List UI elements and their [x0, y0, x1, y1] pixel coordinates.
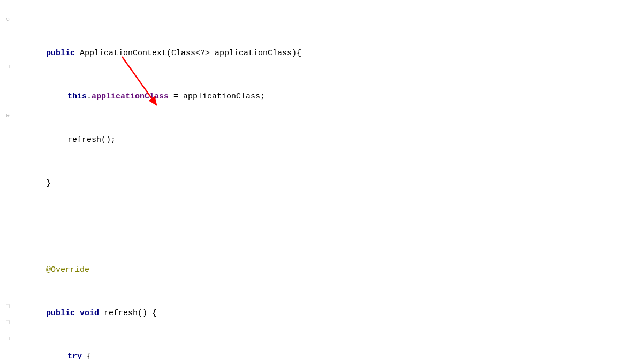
gutter: ⊖ □ ⊖ □ □ □ [0, 0, 16, 359]
code-editor[interactable]: public ApplicationContext(Class<?> appli… [16, 0, 644, 359]
code-text: { [82, 352, 92, 359]
code-line[interactable]: refresh(); [19, 132, 644, 148]
code-text: = applicationClass; [169, 92, 265, 101]
keyword: public [46, 49, 75, 58]
code-text: . [87, 92, 92, 101]
keyword: this [67, 92, 87, 101]
fold-marker[interactable]: □ [5, 336, 11, 341]
fold-marker[interactable]: □ [5, 320, 11, 325]
keyword: try [67, 352, 82, 359]
fold-marker[interactable]: □ [5, 64, 11, 70]
field-ref: applicationClass [92, 92, 169, 101]
code-text: refresh() { [99, 309, 157, 318]
code-text: } [46, 179, 51, 188]
fold-marker[interactable]: □ [5, 304, 11, 309]
annotation: @Override [46, 265, 89, 274]
code-line[interactable] [19, 219, 644, 235]
code-line[interactable]: public void refresh() { [19, 305, 644, 322]
code-line[interactable]: try { [19, 349, 644, 359]
code-text: refresh(); [67, 135, 116, 144]
fold-marker[interactable]: ⊖ [5, 112, 11, 118]
keyword: void [75, 309, 99, 318]
code-line[interactable]: @Override [19, 262, 644, 278]
code-text: ApplicationContext(Class<?> applicationC… [75, 49, 301, 58]
keyword: public [46, 309, 75, 318]
code-line[interactable]: public ApplicationContext(Class<?> appli… [19, 45, 644, 62]
code-line[interactable]: } [19, 175, 644, 192]
code-line[interactable]: this.applicationClass = applicationClass… [19, 89, 644, 105]
fold-marker[interactable]: ⊖ [5, 16, 11, 21]
